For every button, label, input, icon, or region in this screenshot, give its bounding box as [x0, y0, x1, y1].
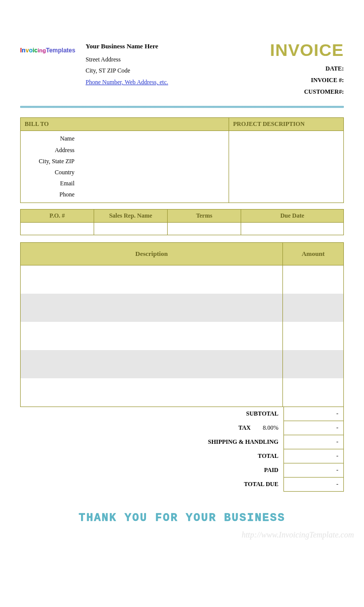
separator	[20, 105, 344, 108]
total-value: -	[283, 449, 344, 463]
bill-row-email: Email	[21, 178, 229, 189]
item-row	[21, 294, 343, 322]
item-row	[21, 378, 343, 407]
bill-row-address: Address	[21, 145, 229, 156]
tax-value: -	[283, 421, 344, 435]
tax-rate: 8.00%	[263, 424, 278, 431]
business-contact-link[interactable]: Phone Number, Web Address, etc.	[86, 77, 168, 88]
bill-to-column: BILL TO Name Address City, State ZIP Cou…	[21, 118, 229, 202]
subtotal-label: SUBTOTAL	[20, 407, 283, 421]
bill-label-city: City, State ZIP	[21, 156, 79, 167]
logo: InvoicingTemplates	[20, 40, 81, 97]
item-desc	[21, 322, 283, 350]
bill-to-heading: BILL TO	[21, 118, 229, 131]
watermark: http://www.InvoicingTemplate.com	[242, 530, 354, 539]
item-row	[21, 265, 343, 294]
project-column: PROJECT DESCRIPTION	[229, 118, 343, 202]
item-desc	[21, 350, 283, 378]
business-city: City, ST ZIP Code	[86, 65, 168, 77]
total-row-shipping: SHIPPING & HANDLING -	[20, 435, 344, 449]
shipping-value: -	[283, 435, 344, 449]
po-head-terms: Terms	[168, 210, 241, 223]
po-val-terms	[168, 223, 241, 235]
po-head-number: P.O. #	[21, 210, 94, 223]
tax-label-text: TAX	[239, 424, 251, 431]
header-right: INVOICE DATE: INVOICE #: CUSTOMER#:	[270, 40, 344, 97]
po-val-number	[21, 223, 94, 235]
items-table: Description Amount	[20, 242, 344, 407]
items-header-description: Description	[21, 243, 283, 265]
invoice-page: InvoicingTemplates Your Business Name He…	[0, 0, 364, 545]
business-name: Your Business Name Here	[86, 40, 168, 53]
bill-row-phone: Phone	[21, 189, 229, 200]
bill-label-phone: Phone	[21, 189, 79, 200]
total-row-tax: TAX8.00% -	[20, 421, 344, 435]
item-row	[21, 350, 343, 378]
meta-invoice-no-label: INVOICE #:	[270, 75, 344, 86]
bill-row-city: City, State ZIP	[21, 156, 229, 167]
bill-label-name: Name	[21, 133, 79, 144]
item-amount	[283, 294, 343, 322]
meta-customer-no-label: CUSTOMER#:	[270, 86, 344, 98]
total-row-total: TOTAL -	[20, 449, 344, 463]
total-label: TOTAL	[20, 449, 283, 463]
due-value: -	[283, 477, 344, 492]
bill-row-name: Name	[21, 133, 229, 144]
bill-row-country: Country	[21, 167, 229, 178]
meta-date-label: DATE:	[270, 63, 344, 75]
shipping-label: SHIPPING & HANDLING	[20, 435, 283, 449]
bill-label-email: Email	[21, 178, 79, 189]
po-cell-number: P.O. #	[21, 210, 94, 235]
tax-label: TAX8.00%	[20, 421, 283, 435]
item-amount	[283, 322, 343, 350]
bill-label-country: Country	[21, 167, 79, 178]
item-amount	[283, 378, 343, 407]
po-val-rep	[94, 223, 167, 235]
po-cell-due: Due Date	[241, 210, 343, 235]
header: InvoicingTemplates Your Business Name He…	[20, 40, 344, 97]
paid-label: PAID	[20, 463, 283, 477]
items-body	[21, 265, 343, 407]
item-desc	[21, 294, 283, 322]
totals-section: SUBTOTAL - TAX8.00% - SHIPPING & HANDLIN…	[20, 407, 344, 492]
po-cell-terms: Terms	[168, 210, 241, 235]
bill-label-address: Address	[21, 145, 79, 156]
invoice-title: INVOICE	[270, 40, 344, 60]
item-amount	[283, 265, 343, 294]
header-left: InvoicingTemplates Your Business Name He…	[20, 40, 168, 97]
total-row-due: TOTAL DUE -	[20, 477, 344, 492]
bill-to-rows: Name Address City, State ZIP Country Ema…	[21, 131, 229, 202]
bill-project-section: BILL TO Name Address City, State ZIP Cou…	[20, 117, 344, 203]
due-label: TOTAL DUE	[20, 478, 283, 491]
po-head-rep: Sales Rep. Name	[94, 210, 167, 223]
total-row-subtotal: SUBTOTAL -	[20, 407, 344, 421]
thank-you-message: THANK YOU FOR YOUR BUSINESS	[20, 512, 344, 524]
paid-value: -	[283, 463, 344, 478]
po-row: P.O. # Sales Rep. Name Terms Due Date	[20, 209, 344, 235]
project-body	[229, 131, 343, 191]
po-head-due: Due Date	[241, 210, 343, 223]
business-street: Street Address	[86, 54, 168, 65]
subtotal-value: -	[283, 407, 344, 421]
item-desc	[21, 265, 283, 294]
po-cell-rep: Sales Rep. Name	[94, 210, 168, 235]
business-block: Your Business Name Here Street Address C…	[86, 40, 168, 97]
total-row-paid: PAID -	[20, 463, 344, 478]
items-header-amount: Amount	[283, 243, 343, 265]
project-heading: PROJECT DESCRIPTION	[229, 118, 343, 131]
item-row	[21, 322, 343, 350]
po-val-due	[241, 223, 343, 235]
item-amount	[283, 350, 343, 378]
item-desc	[21, 378, 283, 407]
items-header: Description Amount	[21, 243, 343, 265]
